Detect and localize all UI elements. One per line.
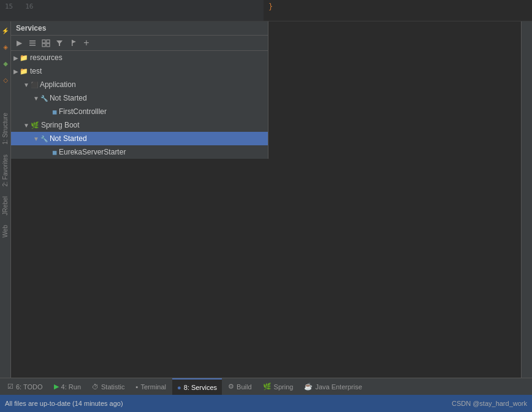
jrebel-tab[interactable]: JRebel: [1, 193, 10, 219]
status-attribution: CSDN @stay_hard_work: [452, 400, 527, 407]
svg-marker-9: [72, 40, 76, 44]
label-notstarted2: Not Started: [50, 134, 87, 143]
tab-build-label: Build: [237, 383, 251, 391]
code-area: 15 16 }: [0, 0, 532, 21]
spring-icon-springboot: 🌿: [31, 121, 39, 129]
svg-rect-2: [29, 45, 36, 46]
tab-terminal-label: Terminal: [140, 383, 166, 391]
tree-item-notstarted1[interactable]: ▼ 🔧 Not Started: [11, 91, 268, 105]
toolbar-list-btn[interactable]: [27, 37, 38, 48]
tab-todo[interactable]: ☑ 6: TODO: [2, 378, 48, 395]
svg-rect-1: [29, 43, 36, 44]
label-application: Application: [40, 80, 76, 89]
status-bar: All files are up-to-date (14 minutes ago…: [0, 395, 532, 412]
svg-marker-7: [56, 40, 63, 46]
tab-build[interactable]: ⚙ Build: [223, 378, 256, 395]
code-content: }: [264, 0, 532, 21]
java-enterprise-icon: ☕: [304, 383, 313, 391]
run-icon: ▶: [54, 383, 59, 391]
left-vertical-tabs: ⚡ ◈ ◆ ◇ 1: Structure 2: Favorites JRebel…: [0, 21, 11, 378]
class-icon-firstcontroller: ◼: [52, 109, 57, 115]
tab-todo-label: 6: TODO: [16, 383, 43, 391]
tree-item-firstcontroller[interactable]: ◼ FirstControlller: [11, 105, 268, 118]
tab-services[interactable]: ● 8: Services: [172, 378, 222, 395]
panel-body: ▶ ◼ ✦ ✧ Services ▶ +: [0, 21, 532, 159]
code-panel: [268, 21, 532, 159]
toolbar-filter-btn[interactable]: [54, 37, 65, 48]
arrow-icon-resources: ▶: [13, 55, 18, 61]
build-icon: ⚙: [228, 383, 234, 391]
tree-item-resources[interactable]: ▶ 📁 resources: [11, 51, 268, 64]
services-toolbar: ▶ +: [11, 36, 268, 51]
tab-statistic-label: Statistic: [101, 383, 125, 391]
svg-rect-4: [47, 40, 50, 43]
arrow-icon-springboot: ▼: [23, 122, 29, 129]
label-eurekaserverstarter: EurekaServerStarter: [59, 148, 126, 156]
tree-container[interactable]: ▶ 📁 resources ▶ 📁 test ▼ ⬛ Application ▼…: [11, 51, 268, 159]
folder-icon-resources: 📁: [20, 54, 28, 62]
right-side-panel: [521, 21, 532, 159]
statistic-icon: ⏱: [92, 383, 99, 391]
toolbar-add-btn[interactable]: +: [81, 37, 92, 48]
svg-rect-0: [29, 40, 36, 42]
svg-rect-6: [47, 44, 50, 47]
todo-icon: ☑: [7, 383, 13, 391]
wrench-icon-notstarted2: 🔧: [40, 135, 48, 142]
favorites-tab[interactable]: 2: Favorites: [1, 151, 10, 190]
app-icon-application: ⬛: [31, 82, 38, 88]
tree-item-notstarted2[interactable]: ▼ 🔧 Not Started: [11, 132, 268, 145]
class-icon-eureka: ◼: [52, 149, 57, 156]
line-15: 15: [5, 2, 13, 10]
tab-terminal[interactable]: ▪ Terminal: [131, 378, 171, 395]
tab-spring-label: Spring: [274, 383, 294, 391]
jrebel-tab-icon3[interactable]: ◆: [1, 58, 10, 72]
tree-item-test[interactable]: ▶ 📁 test: [11, 64, 268, 78]
svg-rect-5: [42, 44, 45, 47]
wrench-icon-notstarted1: 🔧: [40, 95, 48, 102]
tab-run[interactable]: ▶ 4: Run: [49, 378, 86, 395]
line-16: 16: [25, 2, 33, 10]
svg-rect-3: [42, 40, 45, 43]
structure-tab[interactable]: 1: Structure: [1, 109, 10, 148]
label-notstarted1: Not Started: [50, 94, 87, 102]
tree-item-eurekaserverstarter[interactable]: ◼ EurekaServerStarter: [11, 145, 268, 159]
jrebel-tab-icon1[interactable]: ⚡: [1, 24, 10, 39]
toolbar-play-btn[interactable]: ▶: [13, 37, 25, 48]
folder-icon-test: 📁: [20, 67, 28, 75]
status-left: All files are up-to-date (14 minutes ago…: [5, 400, 123, 407]
toolbar-group-btn[interactable]: [40, 37, 51, 48]
tree-item-application[interactable]: ▼ ⬛ Application: [11, 78, 268, 91]
arrow-icon-notstarted2: ▼: [33, 135, 39, 142]
terminal-icon: ▪: [136, 383, 139, 391]
tree-item-springboot[interactable]: ▼ 🌿 Spring Boot: [11, 118, 268, 132]
label-resources: resources: [30, 53, 63, 62]
services-panel: Services ▶ + ▶ 📁 resources: [11, 21, 268, 159]
tab-java-enterprise-label: Java Enterprise: [315, 383, 362, 391]
status-message: All files are up-to-date (14 minutes ago…: [5, 400, 123, 407]
services-header: Services: [11, 21, 268, 36]
tab-statistic[interactable]: ⏱ Statistic: [87, 378, 130, 395]
arrow-icon-notstarted1: ▼: [33, 95, 39, 102]
toolbar-flag-btn[interactable]: [67, 37, 78, 48]
label-springboot: Spring Boot: [41, 121, 80, 129]
tab-run-label: 4: Run: [61, 383, 81, 391]
label-test: test: [30, 67, 42, 75]
jrebel-tab-icon2[interactable]: ◈: [1, 41, 10, 55]
tab-spring[interactable]: 🌿 Spring: [258, 378, 298, 395]
arrow-icon-test: ▶: [13, 68, 18, 75]
spring-icon: 🌿: [263, 383, 272, 391]
tab-services-label: 8: Services: [184, 384, 217, 391]
jrebel-tab-icon4[interactable]: ◇: [1, 74, 10, 88]
arrow-icon-application: ▼: [23, 82, 29, 88]
line-numbers: 15 16: [0, 0, 264, 21]
web-tab[interactable]: Web: [1, 221, 10, 241]
bottom-toolbar: ☑ 6: TODO ▶ 4: Run ⏱ Statistic ▪ Termina…: [0, 378, 532, 395]
label-firstcontroller: FirstControlller: [59, 107, 107, 116]
services-icon: ●: [177, 384, 181, 391]
tab-java-enterprise[interactable]: ☕ Java Enterprise: [299, 378, 367, 395]
